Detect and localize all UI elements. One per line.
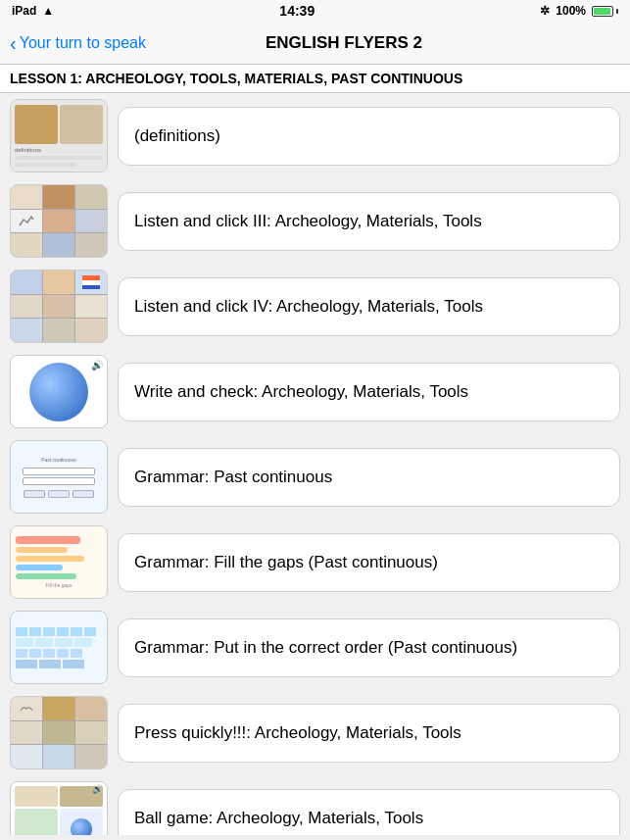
list-item[interactable]: Grammar: Put in the correct order (Past … [0,605,630,690]
desc-text-4: Grammar: Past continuous [134,466,332,489]
thumbnail-3: 🔊 [10,355,108,428]
svg-rect-1 [82,280,100,285]
list-item[interactable]: Past continuous Grammar: Past continuous [0,434,630,519]
desc-text-0: (definitions) [134,124,220,148]
thumbnail-7 [10,696,108,769]
nav-bar: ‹ Your turn to speak ENGLISH FLYERS 2 [0,22,630,65]
desc-text-6: Grammar: Put in the correct order (Past … [134,636,517,660]
thumbnail-0: definitions [10,99,108,173]
back-button[interactable]: ‹ Your turn to speak [10,33,146,53]
thumbnail-4: Past continuous [10,440,108,514]
list-item[interactable]: Listen and click III: Archeology, Materi… [0,178,630,264]
desc-box-5[interactable]: Grammar: Fill the gaps (Past continuous) [118,533,620,592]
clock: 14:39 [279,3,315,19]
desc-box-6[interactable]: Grammar: Put in the correct order (Past … [118,618,620,677]
list-item[interactable]: definitions (definitions) [0,93,630,178]
back-label: Your turn to speak [20,34,146,52]
back-arrow-icon: ‹ [10,33,17,53]
lesson-header: LESSON 1: ARCHEOLOGY, TOOLS, MATERIALS, … [0,65,630,93]
nav-title: ENGLISH FLYERS 2 [156,33,532,53]
list-item[interactable]: Fill the gaps Grammar: Fill the gaps (Pa… [0,519,630,605]
svg-rect-2 [82,285,100,289]
list-item[interactable]: Press quickly!!!: Archeology, Materials,… [0,690,630,775]
svg-rect-0 [82,275,100,280]
desc-box-2[interactable]: Listen and click IV: Archeology, Materia… [118,277,620,336]
desc-text-7: Press quickly!!!: Archeology, Materials,… [134,721,461,745]
list-item[interactable]: 🔊 Ball game: Archeology, Materials, Tool… [0,775,630,835]
desc-box-0[interactable]: (definitions) [118,107,620,166]
thumbnail-2 [10,270,108,343]
battery-indicator [592,6,618,17]
desc-text-3: Write and check: Archeology, Materials, … [134,380,468,404]
content-area: definitions (definitions) [0,93,630,835]
thumbnail-1 [10,184,108,258]
desc-box-8[interactable]: Ball game: Archeology, Materials, Tools [118,789,620,836]
status-bar: iPad ▲ 14:39 ✲ 100% [0,0,630,22]
battery-percent: 100% [556,4,586,18]
desc-box-7[interactable]: Press quickly!!!: Archeology, Materials,… [118,704,620,763]
desc-box-1[interactable]: Listen and click III: Archeology, Materi… [118,192,620,251]
thumbnail-6 [10,611,108,684]
list-item[interactable]: 🔊 Write and check: Archeology, Materials… [0,349,630,434]
desc-text-5: Grammar: Fill the gaps (Past continuous) [134,551,438,574]
thumbnail-8: 🔊 [10,781,108,835]
list-item[interactable]: Listen and click IV: Archeology, Materia… [0,264,630,349]
desc-box-4[interactable]: Grammar: Past continuous [118,448,620,507]
status-right: ✲ 100% [540,4,618,18]
wifi-icon: ▲ [42,4,54,18]
status-left: iPad ▲ [12,4,54,18]
bluetooth-icon: ✲ [540,4,550,18]
desc-text-8: Ball game: Archeology, Materials, Tools [134,807,423,830]
desc-box-3[interactable]: Write and check: Archeology, Materials, … [118,363,620,421]
desc-text-2: Listen and click IV: Archeology, Materia… [134,295,483,319]
carrier-label: iPad [12,4,36,18]
desc-text-1: Listen and click III: Archeology, Materi… [134,210,482,233]
thumbnail-5: Fill the gaps [10,525,108,599]
